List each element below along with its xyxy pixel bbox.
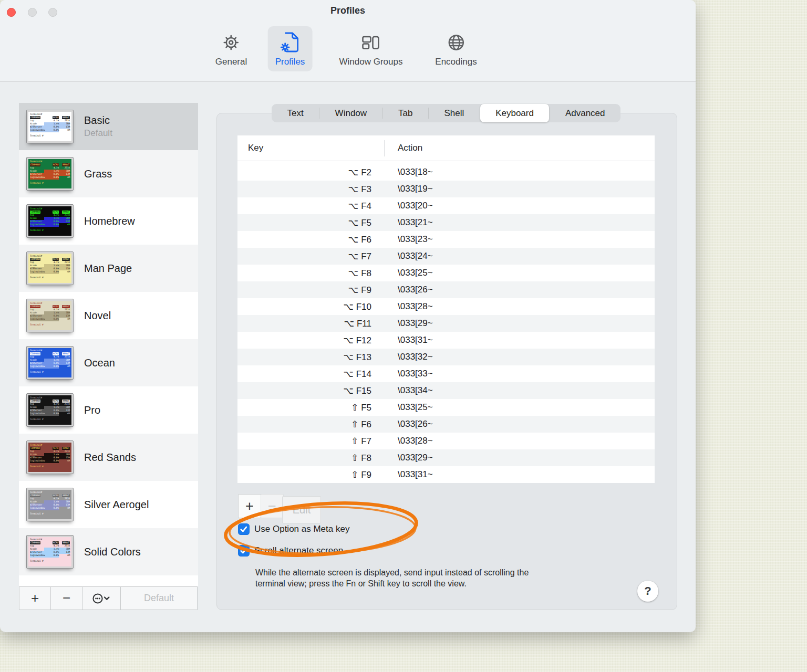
profile-thumbnail: Terminal#COMMAND%CPURPRVTtop4.1%231KXcod… — [26, 535, 74, 569]
checkbox-checked-icon[interactable] — [238, 523, 250, 535]
key-binding-row[interactable]: ⌥ F11\033[29~ — [237, 315, 655, 332]
profile-thumbnail: Terminal#COMMAND%CPURPRVTtop4.1%231KXcod… — [26, 393, 74, 427]
profile-row-solid-colors[interactable]: Terminal#COMMAND%CPURPRVTtop4.1%231KXcod… — [19, 528, 198, 575]
binding-action: \033[18~ — [384, 167, 433, 177]
binding-action: \033[33~ — [384, 369, 433, 379]
column-divider[interactable] — [384, 140, 385, 156]
checkbox-label: Use Option as Meta key — [254, 524, 349, 534]
binding-action: \033[21~ — [384, 217, 433, 228]
profile-row-pro[interactable]: Terminal#COMMAND%CPURPRVTtop4.1%231KXcod… — [19, 386, 198, 434]
globe-icon — [443, 30, 469, 55]
tab-keyboard[interactable]: Keyboard — [480, 104, 550, 122]
edit-binding-button: Edit — [282, 496, 321, 523]
binding-action: \033[32~ — [384, 352, 433, 362]
profile-row-grass[interactable]: Terminal#COMMAND%CPURPRVTtop4.1%231KXcod… — [19, 150, 198, 197]
window-groups-icon — [358, 30, 384, 55]
remove-profile-button[interactable]: − — [50, 586, 82, 610]
binding-action: \033[34~ — [384, 385, 433, 396]
toolbar-item-encodings[interactable]: Encodings — [428, 26, 484, 71]
settings-tab-bar: TextWindowTabShellKeyboardAdvanced — [272, 104, 620, 122]
profile-row-homebrew[interactable]: Terminal#COMMAND%CPURPRVTtop4.1%231KXcod… — [19, 197, 198, 245]
key-binding-row[interactable]: ⇧ F9\033[31~ — [237, 466, 655, 483]
mini-terminal-preview: Terminal#COMMAND%CPURPRVTtop4.1%231KXcod… — [28, 537, 71, 566]
key-binding-row[interactable]: ⌥ F10\033[28~ — [237, 298, 655, 315]
binding-key: ⌥ F10 — [237, 301, 384, 312]
key-binding-row[interactable]: ⌥ F12\033[31~ — [237, 332, 655, 349]
binding-key: ⌥ F15 — [237, 385, 384, 396]
key-binding-row[interactable]: ⌥ F9\033[26~ — [237, 281, 655, 298]
binding-action: \033[29~ — [384, 318, 433, 329]
binding-key: ⌥ F5 — [237, 217, 384, 228]
profile-thumbnail: Terminal#COMMAND%CPURPRVTtop4.1%231KXcod… — [26, 157, 74, 191]
ellipsis-circle-chevron-icon — [92, 593, 110, 604]
titlebar-toolbar: Profiles General — [0, 0, 696, 82]
profile-action-menu-button[interactable] — [82, 586, 121, 610]
binding-action: \033[26~ — [384, 419, 433, 429]
profiles-document-gear-icon — [277, 30, 303, 55]
toolbar-label: General — [215, 57, 247, 67]
binding-action: \033[25~ — [384, 402, 433, 413]
key-bindings-table: Key Action ⌥ F2\033[18~⌥ F3\033[19~⌥ F4\… — [237, 135, 655, 483]
toolbar-item-profiles[interactable]: Profiles — [268, 26, 313, 71]
mini-terminal-preview: Terminal#COMMAND%CPURPRVTtop4.1%231KXcod… — [28, 348, 71, 377]
mini-terminal-preview: Terminal#COMMAND%CPURPRVTtop4.1%231KXcod… — [28, 301, 71, 330]
profile-row-man-page[interactable]: Terminal#COMMAND%CPURPRVTtop4.1%231KXcod… — [19, 245, 198, 292]
binding-key: ⌥ F8 — [237, 268, 384, 279]
binding-key: ⌥ F7 — [237, 251, 384, 262]
toolbar-label: Window Groups — [339, 57, 403, 67]
profile-row-red-sands[interactable]: Terminal#COMMAND%CPURPRVTtop4.1%231KXcod… — [19, 434, 198, 481]
binding-key: ⌥ F4 — [237, 201, 384, 212]
profile-list-actions: + − Default — [19, 586, 198, 610]
binding-action: \033[31~ — [384, 335, 433, 345]
profile-row-novel[interactable]: Terminal#COMMAND%CPURPRVTtop4.1%231KXcod… — [19, 292, 198, 339]
profile-name: Ocean — [84, 357, 115, 369]
default-profile-button: Default — [120, 586, 198, 610]
column-header-action: Action — [398, 143, 422, 153]
key-binding-row[interactable]: ⌥ F14\033[33~ — [237, 365, 655, 382]
key-binding-row[interactable]: ⌥ F7\033[24~ — [237, 248, 655, 265]
key-binding-row[interactable]: ⌥ F8\033[25~ — [237, 265, 655, 281]
profile-row-silver-aerogel[interactable]: Terminal#COMMAND%CPURPRVTtop4.1%231KXcod… — [19, 481, 198, 528]
mini-terminal-preview: Terminal#COMMAND%CPURPRVTtop4.1%231KXcod… — [28, 206, 71, 236]
profile-thumbnail: Terminal#COMMAND%CPURPRVTtop4.1%231KXcod… — [26, 204, 74, 238]
binding-key: ⌥ F9 — [237, 285, 384, 296]
terminal-preferences-window: Profiles General — [0, 0, 696, 632]
key-binding-row[interactable]: ⌥ F15\033[34~ — [237, 382, 655, 399]
help-button[interactable]: ? — [637, 581, 658, 602]
tab-text[interactable]: Text — [272, 104, 319, 122]
key-binding-row[interactable]: ⇧ F7\033[28~ — [237, 433, 655, 449]
profile-subtitle: Default — [84, 128, 112, 139]
binding-key: ⇧ F9 — [237, 469, 384, 480]
tab-shell[interactable]: Shell — [429, 104, 480, 122]
column-header-key: Key — [237, 143, 263, 153]
tab-window[interactable]: Window — [319, 104, 382, 122]
toolbar-item-window-groups[interactable]: Window Groups — [332, 26, 410, 71]
key-binding-row[interactable]: ⌥ F13\033[32~ — [237, 349, 655, 365]
key-binding-row[interactable]: ⇧ F6\033[26~ — [237, 416, 655, 433]
footnote-line: terminal view; press the Fn or Shift key… — [255, 578, 613, 589]
key-binding-row[interactable]: ⌥ F4\033[20~ — [237, 197, 655, 214]
profile-name: Solid Colors — [84, 546, 141, 558]
profile-thumbnail: Terminal#COMMAND%CPURPRVTtop4.1%231KXcod… — [26, 299, 74, 332]
key-binding-row[interactable]: ⇧ F8\033[29~ — [237, 449, 655, 466]
profile-row-basic[interactable]: Terminal#COMMAND%CPURPRVTtop4.1%231KXcod… — [19, 103, 198, 150]
key-binding-row[interactable]: ⇧ F5\033[25~ — [237, 399, 655, 416]
tab-tab[interactable]: Tab — [383, 104, 428, 122]
tab-advanced[interactable]: Advanced — [550, 104, 620, 122]
window-title: Profiles — [0, 5, 696, 16]
profile-thumbnail: Terminal#COMMAND%CPURPRVTtop4.1%231KXcod… — [26, 110, 74, 143]
toolbar-item-general[interactable]: General — [208, 26, 254, 71]
key-binding-row[interactable]: ⌥ F3\033[19~ — [237, 181, 655, 197]
binding-action: \033[28~ — [384, 301, 433, 312]
profile-name: Man Page — [84, 262, 132, 275]
key-binding-row[interactable]: ⌥ F2\033[18~ — [237, 164, 655, 181]
key-binding-row[interactable]: ⌥ F5\033[21~ — [237, 214, 655, 231]
add-binding-button[interactable]: + — [238, 494, 261, 518]
profile-row-ocean[interactable]: Terminal#COMMAND%CPURPRVTtop4.1%231KXcod… — [19, 339, 198, 386]
option-use-option-as-meta[interactable]: Use Option as Meta key — [238, 523, 349, 535]
profile-name: Silver Aerogel — [84, 499, 149, 511]
add-profile-button[interactable]: + — [19, 586, 51, 610]
key-binding-row[interactable]: ⌥ F6\033[23~ — [237, 231, 655, 248]
option-scroll-alternate-screen[interactable]: Scroll alternate screen — [238, 545, 343, 556]
checkbox-checked-icon[interactable] — [238, 545, 250, 556]
